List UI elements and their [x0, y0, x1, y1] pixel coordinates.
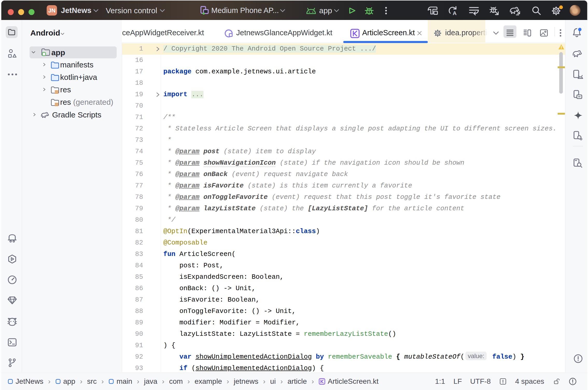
- svg-text:A: A: [453, 10, 457, 16]
